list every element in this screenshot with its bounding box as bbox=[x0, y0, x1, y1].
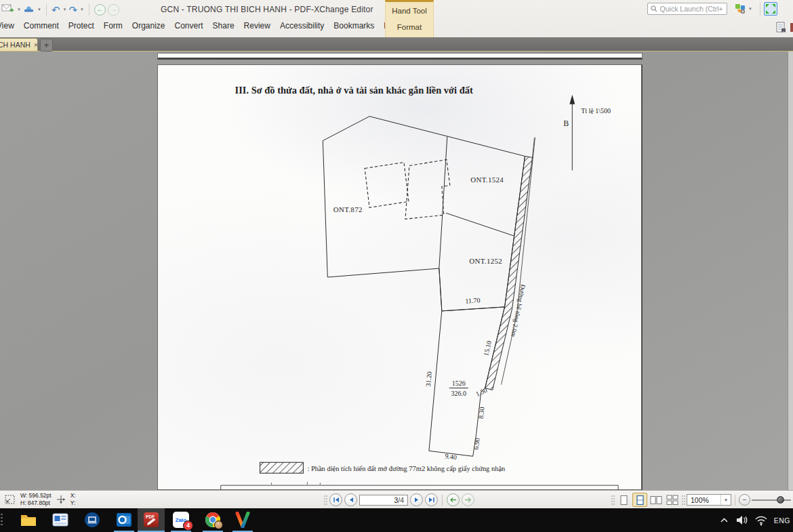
quick-launch-box[interactable] bbox=[647, 3, 727, 15]
history-back-icon[interactable]: ← bbox=[94, 4, 106, 16]
zoom-slider-track bbox=[752, 499, 791, 501]
show-hidden-icons-chevron-icon[interactable] bbox=[719, 516, 729, 525]
vertical-scrollbar[interactable] bbox=[788, 52, 793, 490]
file-explorer-icon[interactable] bbox=[20, 512, 37, 528]
document-canvas: III. Sơ đồ thửa đất, nhà ở và tài sản kh… bbox=[0, 52, 793, 490]
language-indicator[interactable]: ENG bbox=[774, 516, 790, 525]
email-share-caret-icon[interactable]: ▼ bbox=[17, 7, 21, 12]
zoom-caret-icon: ▼ bbox=[720, 495, 731, 505]
page-size-icon bbox=[4, 494, 16, 505]
view-forward-button[interactable] bbox=[462, 493, 474, 506]
page-dimensions: W: 596.52pt H: 847.80pt bbox=[20, 492, 52, 507]
two-page-view-icon[interactable] bbox=[649, 493, 664, 507]
search-icon bbox=[651, 5, 657, 12]
tab-hand-tool-format[interactable]: Hand Tool Format bbox=[385, 0, 434, 37]
document-tab[interactable]: CH HANH × bbox=[0, 38, 38, 51]
dim-15-10: 15.10 bbox=[482, 340, 493, 356]
dim-6-90: 6.90 bbox=[472, 437, 481, 450]
zoom-level-select[interactable]: 100% ▼ bbox=[687, 494, 731, 506]
menu-form[interactable]: Form bbox=[99, 21, 127, 30]
north-arrow-icon bbox=[569, 95, 575, 171]
pdf-xchange-icon[interactable]: PDF bbox=[143, 512, 159, 528]
remote-desktop-icon[interactable] bbox=[84, 512, 100, 528]
zoom-out-button[interactable]: − bbox=[739, 494, 750, 506]
view-controls: 100% ▼ − bbox=[611, 493, 791, 507]
undo-caret-icon[interactable]: ▼ bbox=[62, 7, 66, 12]
active-tool-label[interactable]: Hand Tool bbox=[386, 7, 433, 15]
new-tab-button[interactable]: + bbox=[40, 39, 53, 52]
outlook-icon[interactable] bbox=[116, 512, 132, 528]
volume-icon[interactable] bbox=[735, 514, 748, 526]
status-bar: W: 596.52pt H: 847.80pt X: Y: bbox=[0, 490, 793, 508]
customize-caret-icon[interactable]: ▼ bbox=[748, 7, 752, 11]
zoom-slider-knob[interactable] bbox=[777, 496, 784, 504]
tab-format[interactable]: Format bbox=[386, 23, 433, 31]
zalo-icon[interactable]: Zalo 4 bbox=[173, 512, 189, 528]
last-page-button[interactable] bbox=[425, 493, 438, 506]
menu-review[interactable]: Review bbox=[239, 21, 275, 30]
menu-bookmarks[interactable]: Bookmarks bbox=[329, 21, 379, 30]
continuous-view-icon[interactable] bbox=[632, 493, 647, 507]
email-share-icon[interactable] bbox=[1, 3, 14, 16]
cadastral-diagram: III. Sơ đồ thửa đất, nhà ở và tài sản kh… bbox=[158, 65, 643, 490]
system-tray: ENG bbox=[719, 508, 790, 532]
cursor-position-icon bbox=[56, 495, 66, 504]
v-logo-app-icon[interactable] bbox=[235, 512, 251, 528]
next-page-button[interactable] bbox=[410, 493, 423, 506]
view-back-button[interactable] bbox=[447, 493, 460, 506]
menu-bar: View Comment Protect Form Organize Conve… bbox=[0, 21, 405, 30]
customize-toolbars-icon[interactable] bbox=[735, 3, 746, 17]
parcel-label-1252: ONT.1252 bbox=[469, 257, 502, 265]
drag-handle-icon[interactable] bbox=[611, 495, 615, 506]
undo-icon[interactable]: ↶ bbox=[52, 5, 60, 15]
parcel-label-1524: ONT.1524 bbox=[470, 176, 504, 184]
taskbar-handle bbox=[1, 514, 3, 526]
menu-accessibility[interactable]: Accessibility bbox=[275, 21, 329, 30]
toolbar-divider bbox=[89, 3, 89, 16]
drag-handle-icon[interactable] bbox=[681, 495, 685, 506]
first-page-button[interactable] bbox=[329, 493, 342, 506]
menu-organize[interactable]: Organize bbox=[127, 21, 170, 30]
quick-launch-input[interactable] bbox=[659, 4, 724, 14]
previous-page-button[interactable] bbox=[344, 493, 357, 506]
drag-handle-icon[interactable] bbox=[323, 495, 327, 506]
chrome-profile-avatar bbox=[214, 520, 223, 529]
menu-comment[interactable]: Comment bbox=[19, 21, 64, 30]
toolbar-divider bbox=[46, 3, 47, 16]
system-app-icon[interactable] bbox=[52, 512, 68, 528]
single-page-view-icon[interactable] bbox=[616, 493, 631, 507]
notification-badge: 4 bbox=[183, 520, 193, 531]
parcel-divider-line bbox=[446, 213, 514, 236]
page-number-field[interactable]: 3/4 bbox=[359, 495, 408, 506]
menu-convert[interactable]: Convert bbox=[170, 21, 208, 30]
page-navigation: 3/4 bbox=[323, 493, 474, 506]
zoom-value: 100% bbox=[687, 496, 720, 504]
history-forward-icon[interactable]: → bbox=[108, 4, 119, 16]
tab-close-icon[interactable]: × bbox=[34, 41, 38, 49]
status-divider bbox=[735, 495, 735, 506]
dim-11-70: 11.70 bbox=[465, 296, 481, 305]
parcel-divider-line bbox=[439, 137, 447, 311]
dim-9-40: 9.40 bbox=[445, 452, 458, 461]
fullscreen-icon[interactable] bbox=[764, 2, 777, 16]
toolbar-divider bbox=[760, 2, 760, 16]
redo-icon[interactable]: ↷ bbox=[68, 5, 77, 15]
redo-caret-icon[interactable]: ▼ bbox=[80, 7, 84, 12]
legend-hatch-swatch bbox=[260, 462, 304, 473]
quick-access-toolbar: ▼ ▼ ↶ ▼ ↷ ▼ ← → bbox=[0, 1, 119, 18]
stamp-caret-icon[interactable]: ▼ bbox=[37, 7, 41, 12]
menu-share[interactable]: Share bbox=[208, 21, 239, 30]
two-page-continuous-view-icon[interactable] bbox=[665, 493, 680, 507]
chrome-icon[interactable] bbox=[205, 512, 221, 528]
donated-strip-hatch bbox=[485, 157, 533, 390]
menu-protect[interactable]: Protect bbox=[64, 21, 99, 30]
wifi-icon[interactable] bbox=[754, 514, 768, 526]
zoom-slider[interactable] bbox=[752, 495, 791, 506]
section-title: III. Sơ đồ thửa đất, nhà ở và tài sản kh… bbox=[235, 85, 473, 96]
menu-view[interactable]: View bbox=[0, 21, 19, 30]
document-tab-label[interactable]: CH HANH bbox=[0, 41, 30, 49]
document-properties-icon[interactable] bbox=[776, 22, 787, 36]
clipped-toolbar-icon bbox=[790, 23, 793, 32]
stamp-icon[interactable] bbox=[23, 3, 35, 16]
next-section-table-edge bbox=[221, 482, 618, 490]
